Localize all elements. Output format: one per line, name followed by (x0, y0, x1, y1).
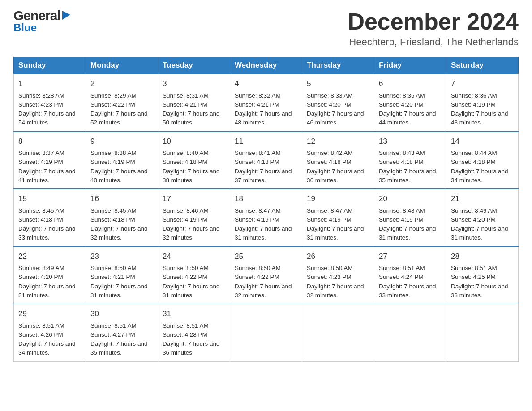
table-row: 15 Sunrise: 8:45 AM Sunset: 4:18 PM Dayl… (14, 189, 86, 247)
sunset-text: Sunset: 4:18 PM (90, 216, 135, 223)
table-row: 6 Sunrise: 8:35 AM Sunset: 4:20 PM Dayli… (374, 74, 446, 132)
sunset-text: Sunset: 4:19 PM (235, 216, 279, 223)
table-row: 9 Sunrise: 8:38 AM Sunset: 4:19 PM Dayli… (86, 132, 158, 189)
sunset-text: Sunset: 4:20 PM (451, 216, 496, 223)
sunrise-text: Sunrise: 8:38 AM (90, 150, 137, 156)
sunset-text: Sunset: 4:18 PM (163, 158, 207, 165)
day-number: 6 (379, 78, 442, 90)
table-row (446, 304, 519, 361)
col-wednesday: Wednesday (230, 57, 302, 74)
daylight-text: Daylight: 7 hours and 32 minutes. (307, 283, 364, 299)
table-row: 4 Sunrise: 8:32 AM Sunset: 4:21 PM Dayli… (230, 74, 302, 132)
table-row: 28 Sunrise: 8:51 AM Sunset: 4:25 PM Dayl… (446, 247, 519, 304)
day-number: 13 (379, 136, 442, 147)
sunrise-text: Sunrise: 8:43 AM (379, 150, 425, 156)
day-number: 8 (18, 136, 81, 147)
sunset-text: Sunset: 4:22 PM (163, 274, 207, 280)
col-tuesday: Tuesday (158, 57, 230, 74)
sunrise-text: Sunrise: 8:50 AM (307, 265, 353, 271)
daylight-text: Daylight: 7 hours and 43 minutes. (451, 110, 508, 126)
table-row: 16 Sunrise: 8:45 AM Sunset: 4:18 PM Dayl… (86, 189, 158, 247)
table-row: 18 Sunrise: 8:47 AM Sunset: 4:19 PM Dayl… (230, 189, 302, 247)
daylight-text: Daylight: 7 hours and 31 minutes. (90, 283, 148, 299)
daylight-text: Daylight: 7 hours and 35 minutes. (90, 340, 148, 356)
day-number: 23 (90, 251, 153, 262)
day-number: 18 (235, 193, 297, 205)
sunrise-text: Sunrise: 8:31 AM (163, 92, 209, 99)
daylight-text: Daylight: 7 hours and 32 minutes. (90, 225, 148, 241)
table-row: 12 Sunrise: 8:42 AM Sunset: 4:18 PM Dayl… (302, 132, 374, 189)
svg-marker-0 (62, 11, 70, 20)
sunset-text: Sunset: 4:21 PM (90, 274, 135, 280)
sunset-text: Sunset: 4:21 PM (235, 101, 279, 108)
table-row: 8 Sunrise: 8:37 AM Sunset: 4:19 PM Dayli… (14, 132, 86, 189)
day-number: 29 (18, 308, 81, 320)
day-number: 9 (90, 136, 153, 147)
daylight-text: Daylight: 7 hours and 31 minutes. (307, 225, 364, 241)
sunset-text: Sunset: 4:23 PM (307, 274, 352, 280)
calendar-week-row: 8 Sunrise: 8:37 AM Sunset: 4:19 PM Dayli… (14, 132, 519, 189)
sunrise-text: Sunrise: 8:47 AM (307, 207, 353, 214)
day-number: 17 (163, 193, 225, 205)
daylight-text: Daylight: 7 hours and 32 minutes. (235, 283, 292, 299)
daylight-text: Daylight: 7 hours and 32 minutes. (163, 225, 220, 241)
sunrise-text: Sunrise: 8:42 AM (307, 150, 353, 156)
daylight-text: Daylight: 7 hours and 48 minutes. (235, 110, 292, 126)
sunset-text: Sunset: 4:28 PM (163, 331, 207, 338)
daylight-text: Daylight: 7 hours and 50 minutes. (163, 110, 220, 126)
logo: General Blue (13, 9, 71, 33)
sunset-text: Sunset: 4:27 PM (90, 331, 135, 338)
table-row: 1 Sunrise: 8:28 AM Sunset: 4:23 PM Dayli… (14, 74, 86, 132)
title-section: December 2024 Heechterp, Friesland, The … (348, 9, 519, 48)
day-number: 27 (379, 251, 442, 262)
sunrise-text: Sunrise: 8:51 AM (379, 265, 425, 271)
sunset-text: Sunset: 4:19 PM (451, 101, 496, 108)
sunrise-text: Sunrise: 8:33 AM (307, 92, 353, 99)
sunrise-text: Sunrise: 8:51 AM (90, 322, 137, 329)
logo-arrow-icon (61, 10, 71, 20)
sunset-text: Sunset: 4:18 PM (451, 158, 496, 165)
month-year-title: December 2024 (348, 9, 519, 34)
table-row: 17 Sunrise: 8:46 AM Sunset: 4:19 PM Dayl… (158, 189, 230, 247)
table-row (302, 304, 374, 361)
table-row: 22 Sunrise: 8:49 AM Sunset: 4:20 PM Dayl… (14, 247, 86, 304)
table-row: 5 Sunrise: 8:33 AM Sunset: 4:20 PM Dayli… (302, 74, 374, 132)
sunrise-text: Sunrise: 8:41 AM (235, 150, 281, 156)
table-row (374, 304, 446, 361)
daylight-text: Daylight: 7 hours and 31 minutes. (163, 283, 220, 299)
daylight-text: Daylight: 7 hours and 41 minutes. (18, 168, 76, 184)
sunset-text: Sunset: 4:22 PM (235, 274, 279, 280)
daylight-text: Daylight: 7 hours and 54 minutes. (18, 110, 76, 126)
sunset-text: Sunset: 4:20 PM (18, 274, 63, 280)
daylight-text: Daylight: 7 hours and 31 minutes. (451, 225, 508, 241)
col-sunday: Sunday (14, 57, 86, 74)
sunrise-text: Sunrise: 8:51 AM (18, 322, 64, 329)
day-number: 31 (163, 308, 225, 320)
table-row: 10 Sunrise: 8:40 AM Sunset: 4:18 PM Dayl… (158, 132, 230, 189)
table-row: 24 Sunrise: 8:50 AM Sunset: 4:22 PM Dayl… (158, 247, 230, 304)
sunrise-text: Sunrise: 8:40 AM (163, 150, 209, 156)
day-number: 10 (163, 136, 225, 147)
table-row: 19 Sunrise: 8:47 AM Sunset: 4:19 PM Dayl… (302, 189, 374, 247)
daylight-text: Daylight: 7 hours and 33 minutes. (379, 283, 436, 299)
sunrise-text: Sunrise: 8:47 AM (235, 207, 281, 214)
sunrise-text: Sunrise: 8:36 AM (451, 92, 497, 99)
day-number: 15 (18, 193, 81, 205)
sunrise-text: Sunrise: 8:50 AM (163, 265, 209, 271)
daylight-text: Daylight: 7 hours and 34 minutes. (451, 168, 508, 184)
logo-blue: Blue (13, 22, 71, 33)
day-number: 2 (90, 78, 153, 90)
daylight-text: Daylight: 7 hours and 40 minutes. (90, 168, 148, 184)
sunset-text: Sunset: 4:20 PM (379, 101, 424, 108)
sunrise-text: Sunrise: 8:51 AM (451, 265, 497, 271)
day-number: 14 (451, 136, 514, 147)
calendar-table: Sunday Monday Tuesday Wednesday Thursday… (13, 57, 519, 362)
sunrise-text: Sunrise: 8:48 AM (379, 207, 425, 214)
daylight-text: Daylight: 7 hours and 31 minutes. (18, 283, 76, 299)
sunrise-text: Sunrise: 8:50 AM (235, 265, 281, 271)
table-row (230, 304, 302, 361)
daylight-text: Daylight: 7 hours and 46 minutes. (307, 110, 364, 126)
sunrise-text: Sunrise: 8:49 AM (18, 265, 64, 271)
sunset-text: Sunset: 4:19 PM (307, 216, 352, 223)
sunrise-text: Sunrise: 8:44 AM (451, 150, 497, 156)
